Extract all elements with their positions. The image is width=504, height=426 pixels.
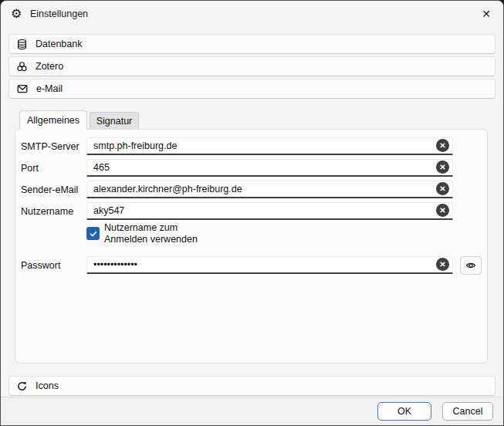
footer: OK Cancel [1,397,503,425]
section-icons-label: Icons [36,380,59,391]
section-email-label: e-Mail [36,83,63,94]
passwort-input[interactable] [86,256,453,274]
section-zotero[interactable]: Zotero [8,56,496,76]
sender-email-field-wrap: ✕ [86,181,453,198]
passwort-field-wrap: ✕ [86,256,453,274]
port-clear-button[interactable]: ✕ [436,161,449,174]
cancel-button[interactable]: Cancel [442,402,493,421]
nutzername-label: Nutzername [21,202,73,220]
checkmark-icon [89,229,98,238]
close-button[interactable]: ✕ [477,5,496,23]
titlebar[interactable]: ⚙ Einstellungen ✕ [1,2,503,27]
port-field-wrap: ✕ [86,159,453,177]
email-settings-pane: SMTP-Server ✕ Port ✕ Sender-eMail ✕ Nutz… [15,129,488,363]
use-username-checkbox-label[interactable]: Nutzername zum Anmelden verwenden [104,222,206,245]
section-icons[interactable]: Icons [8,376,496,396]
section-datenbank[interactable]: Datenbank [8,34,496,54]
mail-icon [16,83,29,95]
section-email[interactable]: e-Mail [8,79,496,99]
zotero-knot-icon [16,61,28,73]
show-password-button[interactable] [460,256,482,275]
passwort-label: Passwort [21,256,60,274]
smtp-server-label: SMTP-Server [21,137,79,155]
passwort-clear-button[interactable]: ✕ [436,258,449,271]
smtp-server-input[interactable] [86,137,453,155]
nutzername-input[interactable] [86,202,453,220]
refresh-icon [16,380,28,392]
section-zotero-label: Zotero [36,61,63,72]
nutzername-field-wrap: ✕ [86,202,453,220]
tab-allgemeines[interactable]: Allgemeines [19,110,87,130]
ok-button[interactable]: OK [377,402,431,421]
sender-email-clear-button[interactable]: ✕ [436,182,449,195]
gear-icon: ⚙ [11,5,22,22]
eye-icon [465,260,477,271]
smtp-clear-button[interactable]: ✕ [436,139,449,152]
section-datenbank-label: Datenbank [36,39,82,49]
sender-email-label: Sender-eMail [21,181,78,198]
port-input[interactable] [86,159,453,177]
sender-email-input[interactable] [86,181,453,198]
port-label: Port [21,159,39,177]
settings-dialog: ⚙ Einstellungen ✕ Datenbank Zotero [0,0,504,426]
window-title: Einstellungen [30,8,88,19]
smtp-server-field-wrap: ✕ [86,137,453,155]
close-icon: ✕ [482,8,491,20]
tab-signatur[interactable]: Signatur [90,112,139,130]
nutzername-clear-button[interactable]: ✕ [436,204,449,217]
database-icon [16,39,28,50]
use-username-checkbox[interactable] [86,227,100,240]
